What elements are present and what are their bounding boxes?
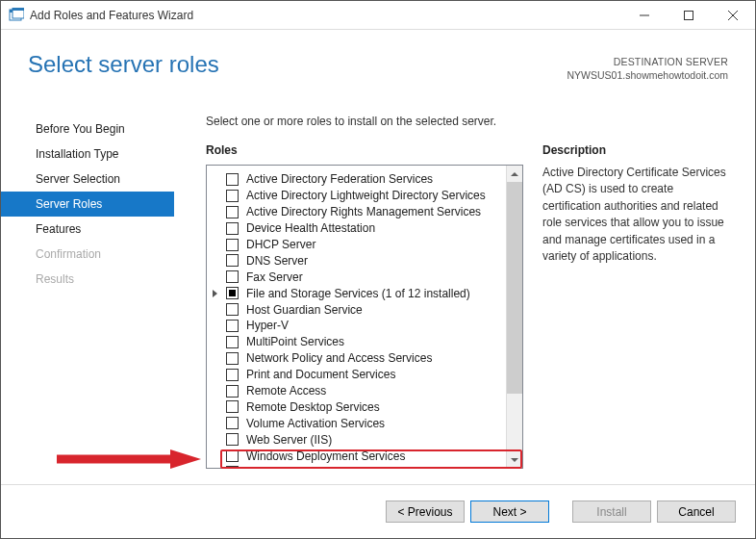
description-column: Description Active Directory Certificate… — [542, 143, 728, 484]
role-label: Device Health Attestation — [246, 221, 375, 235]
role-label: Web Server (IIS) — [246, 433, 332, 447]
role-checkbox[interactable] — [226, 417, 239, 429]
role-item[interactable]: Host Guardian Service — [226, 301, 504, 318]
role-label: Fax Server — [246, 270, 303, 284]
role-label: Remote Desktop Services — [246, 400, 380, 414]
wizard-step-before-you-begin[interactable]: Before You Begin — [1, 116, 174, 141]
minimize-button[interactable] — [622, 1, 667, 30]
description-label: Description — [542, 143, 726, 157]
roles-column: Roles Active Directory Federation Servic… — [206, 143, 523, 484]
wizard-step-results: Results — [1, 267, 174, 292]
role-item[interactable]: DNS Server — [226, 252, 504, 269]
role-item[interactable]: Active Directory Federation Services — [226, 171, 504, 188]
role-item[interactable]: Remote Desktop Services — [226, 398, 504, 415]
wizard-icon — [9, 8, 24, 23]
role-checkbox[interactable] — [226, 466, 239, 468]
role-item[interactable]: Device Health Attestation — [226, 220, 504, 237]
role-label: Active Directory Federation Services — [246, 172, 433, 186]
role-item[interactable]: File and Storage Services (1 of 12 insta… — [226, 285, 504, 301]
next-button[interactable]: Next > — [470, 500, 549, 523]
role-checkbox[interactable] — [226, 287, 239, 299]
wizard-steps-sidebar: Before You BeginInstallation TypeServer … — [1, 105, 174, 484]
role-checkbox[interactable] — [226, 222, 239, 235]
wizard-step-features[interactable]: Features — [1, 217, 174, 242]
svg-rect-5 — [685, 12, 693, 20]
role-label: Volume Activation Services — [246, 417, 385, 430]
role-checkbox[interactable] — [226, 206, 239, 218]
scroll-thumb[interactable] — [507, 182, 522, 394]
wizard-step-confirmation: Confirmation — [1, 242, 174, 267]
role-label: Active Directory Rights Management Servi… — [246, 205, 481, 218]
role-item[interactable]: DHCP Server — [226, 237, 504, 253]
wizard-step-installation-type[interactable]: Installation Type — [1, 141, 174, 167]
window-title: Add Roles and Features Wizard — [30, 9, 193, 22]
role-checkbox[interactable] — [226, 369, 239, 381]
role-item[interactable]: Remote Access — [226, 383, 504, 399]
role-label: Network Policy and Access Services — [246, 351, 432, 365]
expand-icon[interactable] — [213, 290, 217, 297]
description-text: Active Directory Certificate Services (A… — [542, 165, 726, 265]
role-label: Hyper-V — [246, 319, 289, 332]
destination-server: NYWSUS01.showmehowtodoit.com — [567, 68, 728, 82]
role-item[interactable]: Windows Deployment Services — [226, 448, 504, 464]
role-label: Windows Server Essentials Experience — [246, 465, 447, 468]
role-checkbox[interactable] — [226, 190, 239, 202]
role-item[interactable]: Fax Server — [226, 269, 504, 285]
role-label: DHCP Server — [246, 238, 315, 251]
role-checkbox[interactable] — [226, 173, 239, 186]
role-label: DNS Server — [246, 254, 308, 268]
role-checkbox[interactable] — [226, 449, 239, 462]
role-checkbox[interactable] — [226, 385, 239, 398]
role-label: Remote Access — [246, 384, 326, 398]
role-item[interactable]: Hyper-V — [226, 318, 504, 334]
svg-rect-3 — [13, 8, 24, 11]
title-bar: Add Roles and Features Wizard — [1, 1, 755, 30]
role-checkbox[interactable] — [226, 352, 239, 365]
scroll-down-button[interactable] — [507, 451, 522, 468]
page-title: Select server roles — [28, 51, 219, 78]
role-item[interactable]: Print and Document Services — [226, 367, 504, 383]
window-controls — [622, 1, 755, 30]
role-checkbox[interactable] — [226, 336, 239, 348]
role-label: MultiPoint Services — [246, 335, 344, 348]
role-item[interactable]: Web Server (IIS) — [226, 431, 504, 448]
role-label: File and Storage Services (1 of 12 insta… — [246, 287, 470, 300]
role-checkbox[interactable] — [226, 254, 239, 267]
destination-block: DESTINATION SERVER NYWSUS01.showmehowtod… — [567, 51, 728, 82]
close-button[interactable] — [711, 1, 755, 30]
destination-label: DESTINATION SERVER — [567, 55, 728, 68]
role-item[interactable]: Windows Server Essentials Experience — [226, 464, 504, 468]
role-item[interactable]: Active Directory Rights Management Servi… — [226, 204, 504, 220]
instruction-text: Select one or more roles to install on t… — [206, 115, 728, 128]
previous-button[interactable]: < Previous — [386, 500, 465, 523]
wizard-step-server-selection[interactable]: Server Selection — [1, 167, 174, 192]
roles-listbox: Active Directory Federation ServicesActi… — [206, 165, 523, 469]
role-item[interactable]: Volume Activation Services — [226, 415, 504, 431]
scroll-up-button[interactable] — [507, 166, 522, 182]
main-panel: Select one or more roles to install on t… — [174, 105, 755, 484]
role-label: Host Guardian Service — [246, 303, 363, 317]
role-checkbox[interactable] — [226, 433, 239, 446]
role-item[interactable]: Network Policy and Access Services — [226, 350, 504, 367]
role-checkbox[interactable] — [226, 320, 239, 332]
maximize-button[interactable] — [667, 1, 711, 30]
role-checkbox[interactable] — [226, 400, 239, 413]
role-checkbox[interactable] — [226, 303, 239, 316]
role-label: Windows Deployment Services — [246, 449, 405, 463]
role-checkbox[interactable] — [226, 239, 239, 251]
footer: < Previous Next > Install Cancel — [1, 484, 755, 538]
role-label: Print and Document Services — [246, 368, 395, 381]
role-checkbox[interactable] — [226, 270, 239, 283]
scrollbar[interactable] — [506, 166, 522, 468]
roles-label: Roles — [206, 143, 523, 157]
role-item[interactable]: Active Directory Lightweight Directory S… — [226, 188, 504, 204]
wizard-step-server-roles[interactable]: Server Roles — [1, 192, 174, 217]
cancel-button[interactable]: Cancel — [657, 500, 736, 523]
install-button[interactable]: Install — [572, 500, 651, 523]
header: Select server roles DESTINATION SERVER N… — [1, 30, 755, 95]
role-label: Active Directory Lightweight Directory S… — [246, 189, 486, 202]
role-item[interactable]: MultiPoint Services — [226, 334, 504, 350]
